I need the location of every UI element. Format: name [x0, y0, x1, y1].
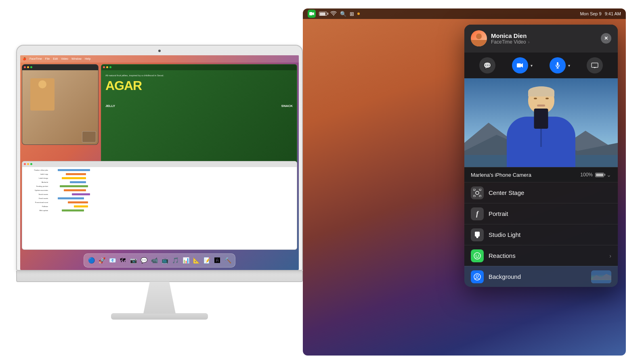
battery-percent: 100% — [580, 172, 593, 178]
svg-point-21 — [474, 253, 480, 259]
mac-screen-right: 🔍 ⊞ Mon Sep 9 9:41 AM Monica Dien — [303, 8, 626, 356]
spreadsheet-content: Finalize rollout plan Label copy Label d… — [22, 167, 297, 249]
close-dot[interactable] — [24, 66, 26, 68]
svg-marker-3 — [521, 63, 523, 68]
video-feed — [464, 78, 618, 167]
dock-icon-pages[interactable]: 📝 — [202, 255, 212, 265]
control-center-icon[interactable]: ⊞ — [350, 11, 354, 17]
svg-rect-14 — [473, 189, 475, 190]
svg-rect-17 — [479, 195, 481, 197]
subtitle-arrow: › — [528, 40, 529, 44]
macos-menubar: 🍎 FaceTime File Edit Video Window Help — [20, 55, 299, 63]
facetime-video-area — [22, 70, 98, 144]
video-action[interactable]: ▾ — [512, 57, 533, 73]
background-option[interactable]: Background — [464, 266, 618, 287]
snack-label: SNACK — [281, 104, 293, 108]
agar-window[interactable]: All-natural fruit jellies, inspired by a… — [101, 64, 297, 169]
window-menu[interactable]: Window — [71, 57, 82, 60]
imac-stand — [127, 282, 192, 314]
file-menu[interactable]: File — [45, 57, 50, 60]
dock-icon-keynote[interactable]: 📐 — [191, 255, 201, 265]
dock-icon-mail[interactable]: 📧 — [107, 255, 117, 265]
app-name[interactable]: FaceTime — [29, 57, 42, 60]
contact-subtitle: FaceTime Video › — [491, 39, 601, 45]
battery-indicator — [319, 12, 327, 16]
jelly-label: JELLY — [105, 104, 115, 108]
dock-icon-numbers[interactable]: 📊 — [181, 255, 191, 265]
camera-source-row[interactable]: Marlena's iPhone Camera 100% ⌄ — [464, 167, 618, 182]
agar-subtitle: All-natural fruit jellies, inspired by a… — [105, 74, 293, 77]
help-menu[interactable]: Help — [85, 57, 90, 60]
portrait-option[interactable]: f Portrait — [464, 203, 618, 224]
svg-point-25 — [476, 275, 478, 277]
background-label: Background — [489, 273, 591, 280]
chat-action[interactable]: 💬 — [479, 57, 495, 73]
video-menu[interactable]: Video — [61, 57, 68, 60]
agar-close[interactable] — [103, 66, 105, 68]
search-icon[interactable]: 🔍 — [340, 11, 346, 17]
studio-light-option[interactable]: Studio Light — [464, 224, 618, 245]
sheet-close[interactable] — [24, 163, 26, 165]
notification-dot — [357, 13, 360, 15]
sheet-minimize[interactable] — [27, 163, 29, 165]
agar-minimize[interactable] — [106, 66, 108, 68]
menu-time: 9:41 AM — [605, 11, 621, 16]
dock-icon-music[interactable]: 🎵 — [170, 255, 180, 265]
screenshare-action[interactable] — [587, 57, 603, 73]
dock-icon-xcode[interactable]: 🔨 — [223, 255, 233, 265]
dock-icon-messages[interactable]: 💬 — [139, 255, 149, 265]
svg-rect-16 — [473, 195, 475, 197]
svg-rect-0 — [309, 12, 313, 15]
video-button[interactable] — [512, 57, 528, 73]
close-button[interactable]: ✕ — [601, 33, 611, 44]
close-icon: ✕ — [604, 36, 608, 41]
minimize-dot[interactable] — [27, 66, 29, 68]
svg-rect-7 — [592, 63, 598, 67]
pip-video[interactable] — [82, 131, 96, 142]
mic-action[interactable]: ▾ — [550, 57, 570, 73]
mic-chevron-icon[interactable]: ▾ — [568, 63, 570, 68]
spreadsheet-header — [22, 161, 297, 167]
chat-button[interactable]: 💬 — [479, 57, 495, 73]
reactions-option[interactable]: Reactions › — [464, 245, 618, 266]
dock-icon-appstore[interactable]: 🅰 — [212, 255, 222, 265]
apple-menu[interactable]: 🍎 — [23, 57, 26, 61]
dock-icon-launchpad[interactable]: 🚀 — [97, 255, 107, 265]
screen-content: All-natural fruit jellies, inspired by a… — [20, 63, 299, 270]
facetime-menu-icon — [308, 10, 316, 18]
svg-rect-4 — [557, 62, 558, 66]
video-chevron-icon[interactable]: ▾ — [531, 63, 533, 68]
dock-icon-tv[interactable]: 📺 — [160, 255, 170, 265]
agar-big-title: AGAR — [105, 79, 293, 92]
agar-expand[interactable] — [109, 66, 111, 68]
center-stage-option[interactable]: Center Stage — [464, 182, 618, 203]
menubar-left-icons: 🔍 ⊞ — [308, 10, 360, 18]
contact-avatar — [471, 30, 487, 46]
main-container: 🍎 FaceTime File Edit Video Window Help — [0, 0, 642, 364]
dock-icon-finder[interactable]: 🔵 — [86, 255, 96, 265]
imac-section: 🍎 FaceTime File Edit Video Window Help — [16, 8, 303, 356]
svg-rect-2 — [517, 63, 521, 67]
svg-point-13 — [476, 191, 479, 195]
dock-icon-photos[interactable]: 📷 — [128, 255, 138, 265]
svg-rect-15 — [479, 189, 481, 190]
screenshare-button[interactable] — [587, 57, 603, 73]
menubar-right: 🔍 ⊞ Mon Sep 9 9:41 AM — [303, 8, 626, 19]
dock-icon-facetime[interactable]: 📹 — [149, 255, 159, 265]
agar-content: All-natural fruit jellies, inspired by a… — [101, 70, 297, 112]
svg-marker-1 — [313, 12, 314, 15]
menubar-date-time: Mon Sep 9 9:41 AM — [580, 11, 621, 16]
mic-button[interactable] — [550, 57, 566, 73]
spreadsheet-window[interactable]: Finalize rollout plan Label copy Label d… — [22, 161, 297, 250]
action-buttons: 💬 ▾ — [464, 52, 618, 78]
dock-icon-maps[interactable]: 🗺 — [118, 255, 128, 265]
imac-chin — [16, 271, 303, 282]
edit-menu[interactable]: Edit — [53, 57, 58, 60]
expand-dot[interactable] — [30, 66, 32, 68]
camera-chevron-icon[interactable]: ⌄ — [606, 172, 611, 178]
facetime-small-window[interactable] — [22, 64, 99, 145]
jelly-snack-labels: JELLY SNACK — [105, 104, 293, 108]
studio-light-label: Studio Light — [489, 231, 611, 238]
sheet-expand[interactable] — [30, 163, 32, 165]
facetime-panel: Monica Dien FaceTime Video › ✕ 💬 — [464, 25, 618, 287]
